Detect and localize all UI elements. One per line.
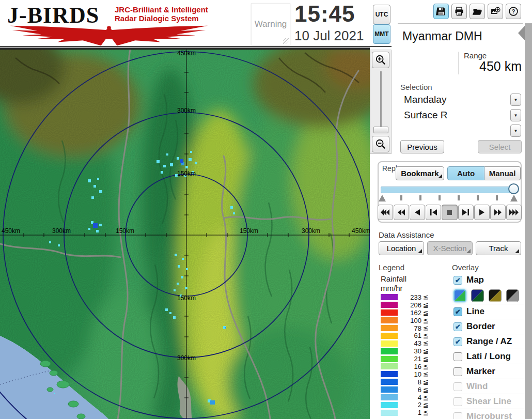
zoom-in-button[interactable] <box>372 52 389 68</box>
range-az-checkbox[interactable]: ✔ <box>453 337 462 346</box>
legend-comparator: ≦ <box>423 317 429 324</box>
step-back-button[interactable] <box>426 205 441 220</box>
map-checkbox[interactable]: ✔ <box>453 276 462 285</box>
utc-button[interactable]: UTC <box>373 5 390 24</box>
legend-value: 233 <box>398 293 421 301</box>
legend-comparator: ≦ <box>423 339 429 347</box>
svg-text:300km: 300km <box>52 227 71 235</box>
svg-text:450km: 450km <box>352 227 370 235</box>
panel-collapse-arrow-icon[interactable] <box>518 26 525 40</box>
app-logo: J-BIRDS JRC-Brilliant & Intelligent Rada… <box>3 1 215 46</box>
radar-map[interactable]: 450km 300km 150km 150km 300km 450km 300k… <box>0 48 370 419</box>
legend-value: 6 <box>398 386 421 394</box>
line-checkbox[interactable]: ✔ <box>453 307 462 316</box>
check-icon: ✔ <box>455 308 461 316</box>
forward-button[interactable] <box>490 205 506 220</box>
legend-value: 78 <box>398 324 421 332</box>
overlay-item-line[interactable]: ✔ Line <box>452 304 524 319</box>
play-button[interactable] <box>474 205 490 220</box>
selection-field-product[interactable]: Surface R ▼ <box>400 109 521 122</box>
previous-label: Previous <box>407 143 437 151</box>
legend-color-swatch <box>381 363 398 369</box>
selection-product-dropdown-button[interactable]: ▼ <box>510 109 521 121</box>
replay-slider-handle[interactable] <box>508 183 519 194</box>
legend-color-swatch <box>381 302 398 308</box>
zoom-slider-track[interactable] <box>380 71 382 132</box>
legend-comparator: ≦ <box>423 301 429 309</box>
station-name: Myanmar DMH <box>400 29 482 43</box>
step-forward-button[interactable] <box>458 205 474 220</box>
legend-name: Rainfall <box>381 274 406 283</box>
svg-text:300km: 300km <box>302 227 320 235</box>
open-file-button[interactable] <box>470 4 485 19</box>
marker-checkbox[interactable] <box>453 367 462 376</box>
legend-row: 61≦ <box>379 332 434 339</box>
panel-scroll-strip[interactable] <box>525 23 532 419</box>
fast-forward-button[interactable] <box>506 205 522 220</box>
clock-date: 10 Jul 2021 <box>294 28 364 44</box>
legend-color-swatch <box>381 394 398 400</box>
chevron-down-icon: ▼ <box>514 113 518 118</box>
help-button[interactable]: ? <box>506 4 521 19</box>
overlay-item-marker[interactable]: Marker <box>452 364 524 379</box>
warning-panel[interactable]: Warning <box>251 3 290 45</box>
legend-row: 4≦ <box>379 394 434 401</box>
selection-field-site[interactable]: Mandalay ▼ <box>400 94 521 107</box>
step-forward-icon <box>462 209 469 215</box>
timeline-start-marker[interactable] <box>379 195 386 201</box>
overlay-item-map[interactable]: ✔ Map <box>452 273 524 287</box>
clock-time: 15:45 <box>294 1 355 27</box>
border-checkbox[interactable]: ✔ <box>453 322 462 331</box>
overlay-item-lati-long[interactable]: Lati / Long <box>452 349 524 364</box>
overlay-item-microburst: Microburst <box>452 409 524 419</box>
bookmark-label: Bookmark <box>401 169 439 178</box>
overlay-title: Overlay <box>452 263 479 272</box>
map-style-swatch-1[interactable] <box>453 289 466 302</box>
track-button[interactable]: Track <box>476 241 521 255</box>
zoom-slider-handle[interactable] <box>373 127 388 133</box>
range-value: 450 km <box>459 59 522 74</box>
lati-long-checkbox[interactable] <box>453 352 462 361</box>
legend-scale: 233≦ 206≦ 162≦ 100≦ 78≦ 61≦ 43≦ 30≦ 21≦ … <box>379 293 434 416</box>
legend-comparator: ≦ <box>423 401 429 409</box>
save-button[interactable] <box>433 4 449 19</box>
timeline-tick <box>496 195 498 200</box>
track-label: Track <box>489 244 508 253</box>
stop-button[interactable] <box>442 205 457 220</box>
selection-field-extra[interactable]: ▼ <box>400 125 521 138</box>
legend-color-swatch <box>381 309 398 316</box>
map-style-swatch-4[interactable] <box>506 289 519 302</box>
auto-label: Auto <box>457 169 475 178</box>
legend-comparator: ≦ <box>423 309 429 317</box>
bookmark-button[interactable]: Bookmark <box>396 166 444 180</box>
print-button[interactable] <box>451 4 467 19</box>
manual-mode-button[interactable]: Manual <box>484 166 521 180</box>
fast-rewind-button[interactable] <box>378 205 393 220</box>
selection-extra-dropdown-button[interactable]: ▼ <box>510 125 521 137</box>
x-section-button[interactable]: X-Section <box>427 241 473 255</box>
overlay-item-range-az[interactable]: ✔ Range / AZ <box>452 334 524 349</box>
location-button[interactable]: Location <box>379 241 424 255</box>
select-button[interactable]: Select <box>478 140 522 153</box>
selection-site-dropdown-button[interactable]: ▼ <box>510 94 521 106</box>
legend-row: 8≦ <box>379 378 434 386</box>
replay-timeline-slider[interactable] <box>381 187 517 193</box>
logo-subtitle: JRC-Brilliant & Intelligent Radar Dialog… <box>115 5 208 23</box>
legend-unit: mm/hr <box>381 284 403 292</box>
overlay-item-border[interactable]: ✔ Border <box>452 319 524 334</box>
rewind-icon <box>398 209 405 215</box>
rewind-button[interactable] <box>394 205 409 220</box>
previous-button[interactable]: Previous <box>400 140 444 153</box>
map-style-swatch-3[interactable] <box>489 289 502 302</box>
timeline-end-marker[interactable] <box>510 195 518 201</box>
add-image-button[interactable] <box>488 4 503 19</box>
auto-mode-button[interactable]: Auto <box>447 166 484 180</box>
svg-text:450km: 450km <box>2 227 20 235</box>
zoom-out-button[interactable] <box>372 136 389 152</box>
map-style-swatch-2[interactable] <box>471 289 484 302</box>
mmt-button[interactable]: MMT <box>373 24 390 44</box>
legend-value: 8 <box>398 378 421 386</box>
resize-grip-icon[interactable] <box>283 38 289 44</box>
legend-value: 21 <box>398 355 421 363</box>
play-reverse-button[interactable] <box>410 205 425 220</box>
